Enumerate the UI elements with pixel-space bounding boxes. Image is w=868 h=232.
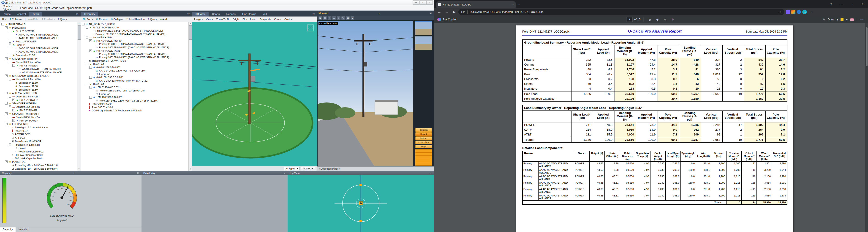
zoom-in-icon[interactable]: ⊕ bbox=[655, 18, 660, 21]
collapse-expander-icon[interactable]: − bbox=[86, 63, 88, 65]
tree-item[interactable]: −◉6.6M 0° 256.0 D:0.80" bbox=[81, 66, 189, 69]
tree-item[interactable]: <Flying Tap bbox=[81, 72, 189, 76]
tree-item[interactable]: ~Primary 180° 398.0 0.563" (AAAC 4/0 AWG… bbox=[81, 46, 189, 49]
tree-item[interactable]: −■POLE DETAILS bbox=[0, 23, 78, 26]
panel-options-icon[interactable]: ▾▾ bbox=[311, 12, 317, 17]
profile-avatar[interactable]: G bbox=[802, 10, 807, 14]
tree-item[interactable]: −◉10M 180° 398.0 D:0.83" bbox=[81, 95, 189, 99]
grid-icon[interactable]: ▦ bbox=[346, 16, 350, 20]
data-entry-body[interactable] bbox=[142, 175, 287, 232]
collapse-expander-icon[interactable]: − bbox=[89, 76, 92, 79]
tree-item[interactable]: ~Primary 0° 281.0 0.563" (AAAC 4/0 AWG S… bbox=[81, 29, 189, 33]
tree-item[interactable]: ≡600 kVAR Capacitor Bank bbox=[0, 156, 78, 160]
minimize-icon[interactable]: — bbox=[836, 0, 847, 8]
tree-item[interactable]: ◆Suspension 11.50' bbox=[0, 88, 78, 91]
new-tab-button[interactable]: + bbox=[518, 2, 520, 6]
highlight-icon[interactable] bbox=[840, 18, 843, 21]
tree-item[interactable]: −■POWER DG bbox=[0, 160, 78, 164]
grayscale-button[interactable]: Grayscale bbox=[258, 17, 273, 21]
tree-item[interactable]: ◎CATV 0° 256.0 0.570" Voff=-0.4 (CATV .5… bbox=[81, 69, 189, 72]
sort-button[interactable]: N↓Sort▾ bbox=[82, 17, 94, 21]
copilot-icon[interactable] bbox=[437, 18, 441, 21]
tree-item[interactable]: −▬Standoff 0.5ft 2in x 2in bbox=[0, 115, 78, 119]
collapse-expander-icon[interactable]: − bbox=[89, 39, 92, 42]
query-button[interactable]: ?Query bbox=[147, 17, 158, 21]
tree-item[interactable]: −▲Pin 7.5" POWER O:43" bbox=[81, 49, 189, 53]
zoom-out-icon[interactable]: ⊖ bbox=[328, 16, 331, 20]
pin-icon[interactable]: ▾ bbox=[72, 172, 75, 174]
collapse-expander-icon[interactable]: − bbox=[9, 61, 11, 63]
tab-search-icon[interactable]: ∨ bbox=[826, 0, 836, 8]
maximize-icon[interactable]: ▫ bbox=[420, 0, 426, 5]
capacity-header[interactable]: Capacity ▾ ✕ bbox=[0, 171, 142, 176]
tree-item[interactable]: −■STANDOFF WITH PIN bbox=[0, 102, 78, 105]
expand-expander-icon[interactable]: + bbox=[9, 40, 11, 42]
tree-item[interactable]: −✚NT_121447277_LOC6C bbox=[81, 23, 189, 26]
tree-item[interactable]: ◆Suspension 11.50' bbox=[0, 81, 78, 84]
tree-item[interactable]: ≡300 kVAR Capacitor Bank bbox=[0, 153, 78, 156]
panel-options-icon[interactable]: ▾▾ bbox=[185, 12, 191, 17]
photo-thumbnail[interactable] bbox=[415, 36, 432, 50]
top-view-header[interactable]: Top View ✕ bbox=[287, 171, 434, 176]
page-number-input[interactable]: 1 bbox=[626, 17, 632, 22]
tree-item[interactable]: −●Three Bolt bbox=[81, 82, 189, 86]
pdf-viewport[interactable]: Pole ID:NT_121447277_LOC6C.pplx O-Calc® … bbox=[434, 23, 868, 232]
top-view-body[interactable] bbox=[287, 175, 434, 232]
menu-tools[interactable]: Tools▾ bbox=[2, 5, 16, 8]
data-entry-header[interactable]: Data Entry ▾ bbox=[142, 171, 287, 176]
tree-item[interactable]: ~AAAC 4/0 AWG STRAND ALLIANCE bbox=[0, 47, 78, 50]
height-button[interactable]: Height bbox=[415, 132, 432, 136]
tree-item[interactable]: ~AAAC 4/0 AWG STRAND ALLIANCE bbox=[0, 36, 78, 40]
expand-expander-icon[interactable]: + bbox=[12, 98, 15, 101]
forward-icon[interactable]: → bbox=[444, 9, 450, 15]
preview-button[interactable]: RPreview▾ bbox=[40, 17, 56, 21]
draw-icon[interactable]: ✎ bbox=[341, 16, 345, 20]
collapse-expander-icon[interactable]: − bbox=[86, 36, 88, 39]
tree-item[interactable]: ▣Transformer 1PH-75KVA bbox=[0, 139, 78, 143]
refresh-icon[interactable]: ↻ bbox=[451, 9, 457, 15]
pole-details-scrollbar[interactable]: ▲ ▼ bbox=[77, 22, 81, 171]
tree-item[interactable]: −■CROSSARM WITH SUSPENSION bbox=[0, 74, 78, 78]
tree-item[interactable]: ~Primary 180° 398.0 0.563" (AAAC 4/0 AWG… bbox=[81, 56, 189, 59]
tab-volk[interactable]: volk bbox=[260, 12, 271, 17]
ask-copilot-button[interactable]: Ask Copilot bbox=[442, 18, 457, 21]
measure-tool-strip[interactable] bbox=[415, 149, 432, 166]
tree-item[interactable]: ~Primary 180° 398.0 0.563" (AAAC 4/0 AWG… bbox=[81, 33, 189, 36]
tree-item[interactable]: −▬Normal 8ft 3.5in x 4.5in bbox=[0, 60, 78, 64]
tree-item[interactable]: ▌Riser 30.0° H:32.0 bbox=[81, 102, 189, 106]
close-icon[interactable]: ✕ bbox=[429, 172, 432, 174]
maximize-icon[interactable]: ▫ bbox=[847, 0, 858, 8]
address-bar[interactable]: File | D:/Gayatree/AMDOCS/2024/MAY/NT_12… bbox=[458, 9, 784, 15]
tab-girish[interactable]: girish bbox=[29, 12, 42, 17]
tree-item[interactable]: ~AAAC 4/0 AWG STRAND ALLIANCE bbox=[0, 33, 78, 36]
tree-item[interactable]: ~AAAC 4/0 AWG STRAND ALLIANCE bbox=[0, 50, 78, 53]
new-pole-button[interactable]: ▎New Pole bbox=[24, 17, 40, 22]
close-icon[interactable]: ✕ bbox=[136, 172, 140, 174]
panel-options-icon[interactable]: ▾▾ bbox=[74, 12, 80, 17]
collapse-expander-icon[interactable]: − bbox=[86, 26, 88, 29]
view-button[interactable]: View▾ bbox=[205, 17, 215, 21]
tree-item[interactable]: −■CROSSARM WITH PIN bbox=[0, 57, 78, 60]
add-button[interactable]: +Add▾ bbox=[159, 17, 170, 21]
close-icon[interactable]: × bbox=[858, 0, 868, 8]
cond-diam-button[interactable]: Cond Diam bbox=[415, 141, 432, 144]
tree-item[interactable]: −XSpool 3" bbox=[0, 43, 78, 47]
collapse-button[interactable]: ⊟Collapse bbox=[109, 17, 125, 22]
scroll-down-icon[interactable]: ▼ bbox=[189, 168, 192, 171]
erase-icon[interactable] bbox=[850, 18, 854, 21]
menu-edit[interactable]: Edit▾ bbox=[2, 2, 16, 5]
collapse-expander-icon[interactable]: − bbox=[86, 83, 88, 85]
tree-item[interactable]: <Flying Tap bbox=[81, 92, 189, 96]
k-button[interactable]: KK bbox=[1, 17, 8, 21]
tree-item[interactable]: ◢Expanding -10° - Soil Class 3 10.0 ft 0… bbox=[0, 167, 78, 170]
tab-close-icon[interactable]: × bbox=[513, 3, 514, 6]
collapse-expander-icon[interactable]: − bbox=[89, 96, 92, 98]
url-text[interactable]: D:/Gayatree/AMDOCS/2024/MAY/NT_121447277… bbox=[470, 10, 777, 13]
collapse-expander-icon[interactable]: − bbox=[9, 116, 11, 118]
tree-item[interactable]: −◉10M 0° 256.0 D:0.83" bbox=[81, 86, 189, 89]
collapse-expander-icon[interactable]: − bbox=[9, 78, 11, 81]
query-button[interactable]: ?Query bbox=[56, 17, 68, 21]
expand-button[interactable]: ⊞Expand bbox=[95, 17, 109, 22]
expand-expander-icon[interactable]: + bbox=[9, 54, 11, 56]
tab-name[interactable]: Name bbox=[0, 12, 14, 17]
